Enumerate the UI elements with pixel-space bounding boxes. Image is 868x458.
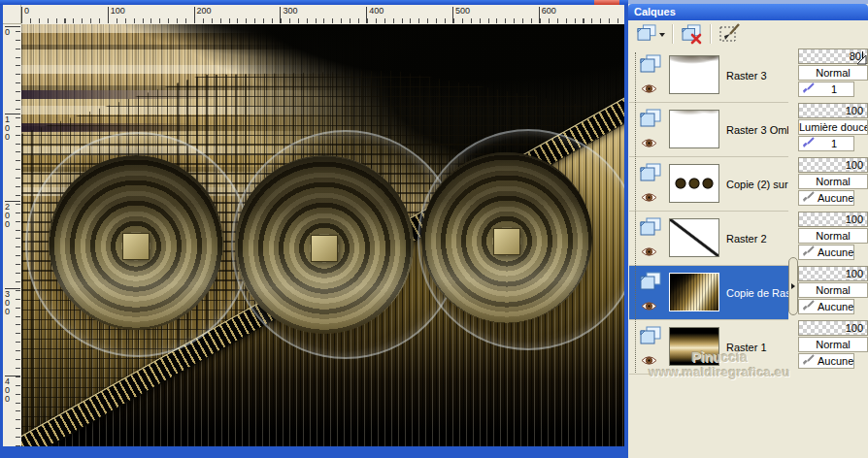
- ruler-label: 500: [455, 6, 470, 16]
- blend-mode-select[interactable]: Normal: [798, 337, 868, 352]
- layer-thumbnail-art: [670, 274, 718, 311]
- window-border-left: [0, 5, 3, 458]
- opacity-slider[interactable]: 100: [798, 266, 868, 281]
- horizontal-ruler: 0100200300400500600: [21, 5, 624, 24]
- visibility-eye-icon[interactable]: [641, 244, 657, 261]
- link-set-control[interactable]: 1: [798, 82, 854, 97]
- layer-thumbnail[interactable]: [669, 55, 719, 94]
- link-set-control[interactable]: 1: [798, 136, 854, 151]
- link-set-control[interactable]: Aucune: [798, 299, 854, 314]
- link-set-control[interactable]: Aucune: [798, 190, 854, 206]
- opacity-slider[interactable]: 100: [798, 103, 868, 118]
- visibility-eye-icon[interactable]: [641, 352, 657, 370]
- opacity-value: 100: [846, 159, 863, 171]
- chevron-right-icon: [791, 283, 795, 289]
- visibility-eye-icon[interactable]: [641, 189, 657, 207]
- layer-thumbnail-art: [670, 328, 718, 365]
- palette-titlebar[interactable]: Calques: [628, 4, 868, 20]
- ruler-major-tick: [108, 7, 109, 23]
- layer-name[interactable]: Copie (2) sur Raster: [726, 157, 788, 211]
- layer-thumbnail[interactable]: [669, 327, 719, 366]
- layer-thumbnail[interactable]: [669, 164, 719, 203]
- ruler-label: 400: [369, 6, 384, 16]
- layer-thumbnail-art: [670, 56, 718, 93]
- link-set-value: Aucune: [818, 245, 853, 259]
- toolbar-separator: [710, 24, 712, 44]
- link-set-value: Aucune: [818, 300, 853, 313]
- ruler-major-tick: [539, 7, 540, 23]
- link-brush-icon: [802, 299, 816, 315]
- layer-name[interactable]: Copie de Raster 1: [726, 266, 788, 319]
- link-set-control[interactable]: Aucune: [798, 245, 854, 260]
- toolbar-separator: [672, 24, 674, 44]
- opacity-slider-thumb[interactable]: [856, 54, 867, 68]
- ruler-label: 0: [5, 28, 10, 37]
- delete-layer-button[interactable]: [677, 22, 706, 47]
- blend-mode-select[interactable]: Normal: [798, 174, 868, 189]
- layer-controls-4: 100 Normal Aucune: [798, 212, 868, 263]
- visibility-eye-icon[interactable]: [641, 81, 657, 98]
- opacity-slider[interactable]: 100: [798, 320, 868, 336]
- ruler-ticks: [16, 24, 20, 446]
- layer-group-icon[interactable]: [640, 272, 661, 295]
- splitter-handle[interactable]: [788, 257, 798, 315]
- layer-thumbnail[interactable]: [669, 110, 719, 148]
- layer-group-icon[interactable]: [640, 109, 661, 132]
- blend-mode-select[interactable]: Lumière douce: [798, 119, 868, 135]
- layer-group-icon[interactable]: [640, 54, 661, 78]
- visibility-eye-icon[interactable]: [641, 298, 657, 315]
- layer-row-raster-1[interactable]: Raster 1: [629, 320, 788, 375]
- layer-row-raster-3-ombres[interactable]: Raster 3 Ombres :: [629, 103, 788, 157]
- cone-middle: [235, 155, 414, 334]
- layer-tree-line: [635, 52, 636, 373]
- canvas-artwork[interactable]: [21, 24, 624, 446]
- link-brush-icon: [802, 82, 816, 98]
- opacity-slider[interactable]: 100: [798, 212, 868, 227]
- layer-group-icon[interactable]: [640, 217, 661, 241]
- layer-controls-6: 100 Normal Aucune: [798, 320, 868, 372]
- blend-mode-select[interactable]: Normal: [798, 282, 868, 298]
- new-layer-button[interactable]: [633, 22, 668, 47]
- layer-group-icon[interactable]: [640, 326, 661, 349]
- image-window: 0100200300400500600 01 0 02 0 03 0 04 0 …: [0, 0, 628, 458]
- layer-controls-5: 100 Normal Aucune: [798, 266, 868, 317]
- link-set-control[interactable]: Aucune: [798, 353, 854, 369]
- ruler-major-tick: [366, 7, 367, 23]
- new-layer-icon: [637, 24, 656, 46]
- layer-row-copie-de-raster-1[interactable]: Copie de Raster 1: [629, 266, 788, 320]
- ruler-label: 2 0 0: [5, 203, 10, 229]
- layer-row-copie-2-sur-raster[interactable]: Copie (2) sur Raster: [629, 157, 788, 212]
- blend-mode-select[interactable]: Normal: [798, 228, 868, 244]
- layer-name[interactable]: Raster 1: [726, 320, 788, 374]
- edit-selection-button[interactable]: [716, 22, 745, 47]
- palette-splitter[interactable]: [788, 49, 798, 446]
- ruler-corner: [3, 5, 21, 24]
- visibility-eye-icon[interactable]: [641, 135, 657, 152]
- layer-name[interactable]: Raster 3 Ombres :: [726, 103, 788, 156]
- link-set-value: 1: [818, 82, 851, 96]
- layer-controls-2: 100 Lumière douce 1: [798, 103, 868, 154]
- opacity-slider[interactable]: 80: [798, 49, 868, 64]
- layer-thumbnail[interactable]: [669, 218, 719, 257]
- layer-row-raster-2[interactable]: Raster 2: [629, 212, 788, 266]
- layer-group-icon[interactable]: [640, 163, 661, 186]
- layer-name[interactable]: Raster 2: [726, 212, 788, 265]
- edit-selection-icon: [719, 22, 741, 48]
- layer-list: Raster 3 Raster 3 Ombres : Copie (2) sur…: [629, 49, 788, 446]
- ruler-label: 300: [283, 6, 297, 16]
- layer-row-raster-3[interactable]: Raster 3: [629, 49, 788, 103]
- palette-toolbar: [628, 20, 868, 49]
- layer-name[interactable]: Raster 3: [726, 49, 788, 102]
- link-set-value: 1: [818, 137, 851, 150]
- link-brush-icon: [802, 245, 816, 261]
- window-border-bottom: [0, 446, 628, 458]
- opacity-value: 100: [846, 322, 863, 334]
- opacity-value: 100: [846, 105, 863, 116]
- layer-thumbnail-art: [670, 111, 718, 147]
- application-window: 0100200300400500600 01 0 02 0 03 0 04 0 …: [0, 0, 868, 458]
- layer-thumbnail[interactable]: [669, 273, 719, 311]
- ruler-label: 1 0 0: [5, 115, 10, 142]
- link-brush-icon: [802, 136, 816, 152]
- opacity-slider[interactable]: 100: [798, 157, 868, 173]
- layer-controls-column: 80 Normal 1 100 Lumière douce 1 100 Norm…: [798, 49, 868, 375]
